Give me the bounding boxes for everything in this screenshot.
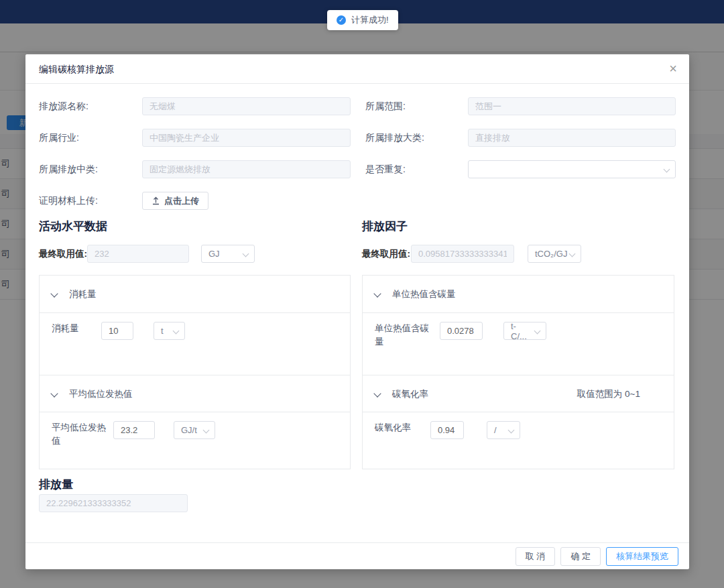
emission-major-category-label: 所属排放大类: (365, 129, 424, 147)
emission-amount-section-title: 排放量 (39, 477, 73, 492)
confirm-button[interactable]: 确 定 (560, 547, 601, 566)
is-duplicate-select[interactable] (468, 160, 676, 178)
carbon-content-unit-select[interactable]: t-C/... (503, 322, 546, 340)
heating-value-panel-title: 平均低位发热值 (69, 375, 133, 412)
oxidation-rate-panel-body: 碳氧化率 / (363, 412, 674, 469)
chevron-down-icon (508, 427, 515, 434)
success-toast: ✓ 计算成功! (327, 10, 398, 30)
chevron-down-icon (534, 328, 541, 335)
emission-major-category-input (468, 129, 676, 147)
factor-final-value-label: 最终取用值: (362, 245, 410, 263)
chevron-down-icon (203, 427, 210, 434)
chevron-down-icon (243, 251, 249, 257)
emission-mid-category-label: 所属排放中类: (39, 160, 98, 178)
dialog-title: 编辑碳核算排放源 (39, 54, 114, 84)
chevron-down-icon (373, 290, 381, 297)
consumption-input[interactable] (101, 322, 133, 340)
chevron-down-icon (173, 328, 180, 335)
carbon-content-panel-header[interactable]: 单位热值含碳量 (363, 276, 674, 312)
factor-final-value-input (411, 245, 514, 263)
upload-button[interactable]: 点击上传 (142, 192, 208, 210)
dialog-header: 编辑碳核算排放源 × (25, 54, 689, 84)
oxidation-rate-range-hint: 取值范围为 0~1 (577, 375, 640, 412)
consumption-panel-title: 消耗量 (69, 276, 97, 312)
upload-button-label: 点击上传 (164, 195, 199, 207)
chevron-down-icon (50, 290, 58, 297)
factor-panels: 单位热值含碳量 单位热值含碳量 t-C/... 碳氧化率 取值范围为 0~1 碳… (362, 275, 674, 469)
industry-input (142, 129, 351, 147)
emission-mid-category-input (142, 160, 351, 178)
industry-label: 所属行业: (39, 129, 79, 147)
activity-panels: 消耗量 消耗量 t 平均低位发热值 平均低位发热值 GJ/t (39, 275, 351, 469)
carbon-content-panel-body: 单位热值含碳量 t-C/... (363, 312, 674, 375)
carbon-content-panel-title: 单位热值含碳量 (392, 276, 456, 312)
consumption-panel-header[interactable]: 消耗量 (40, 276, 350, 312)
heating-value-input[interactable] (113, 421, 155, 439)
is-duplicate-label: 是否重复: (365, 160, 406, 178)
activity-final-value-input (87, 245, 189, 263)
consumption-unit-value: t (161, 326, 164, 336)
source-name-input (142, 97, 351, 115)
heating-value-unit-select[interactable]: GJ/t (174, 421, 215, 439)
cancel-button[interactable]: 取 消 (516, 547, 556, 566)
consumption-panel-body: 消耗量 t (40, 312, 350, 375)
chevron-down-icon (373, 390, 381, 397)
activity-unit-value: GJ (208, 249, 220, 259)
heating-value-unit-value: GJ/t (181, 425, 197, 435)
heating-value-panel-body: 平均低位发热值 GJ/t (40, 412, 350, 469)
heating-value-panel-header[interactable]: 平均低位发热值 (40, 375, 350, 412)
chevron-down-icon (569, 251, 576, 257)
source-name-label: 排放源名称: (39, 97, 88, 115)
chevron-down-icon (664, 166, 670, 173)
oxidation-rate-panel-header[interactable]: 碳氧化率 取值范围为 0~1 (363, 375, 674, 412)
dialog-footer: 取 消 确 定 核算结果预览 (25, 542, 689, 569)
oxidation-rate-panel-title: 碳氧化率 (392, 375, 428, 412)
scope-input (468, 97, 676, 115)
chevron-down-icon (50, 390, 58, 397)
result-preview-button[interactable]: 核算结果预览 (606, 547, 678, 566)
carbon-content-row-label: 单位热值含碳量 (375, 322, 432, 349)
activity-data-section-title: 活动水平数据 (39, 219, 107, 234)
upload-label: 证明材料上传: (39, 192, 98, 210)
carbon-content-input[interactable] (440, 322, 483, 340)
heating-value-row-label: 平均低位发热值 (52, 421, 109, 448)
activity-final-value-label: 最终取用值: (39, 245, 87, 263)
factor-unit-select[interactable]: tCO₂/GJ (528, 245, 581, 263)
emission-factor-section-title: 排放因子 (362, 219, 408, 234)
factor-unit-value: tCO₂/GJ (535, 249, 567, 259)
oxidation-rate-input[interactable] (430, 421, 464, 439)
emission-amount-input (39, 494, 188, 512)
edit-emission-source-dialog: 编辑碳核算排放源 × 排放源名称: 所属范围: 所属行业: 所属排放大类: 所属… (25, 54, 689, 569)
scope-label: 所属范围: (365, 97, 406, 115)
carbon-content-unit-value: t-C/... (511, 321, 530, 341)
consumption-unit-select[interactable]: t (154, 322, 185, 340)
toast-message: 计算成功! (351, 14, 389, 26)
activity-unit-select[interactable]: GJ (201, 245, 255, 263)
oxidation-rate-unit-select[interactable]: / (487, 421, 520, 439)
oxidation-rate-unit-value: / (494, 425, 497, 435)
close-icon[interactable]: × (669, 60, 677, 76)
upload-icon (152, 196, 160, 205)
success-check-icon: ✓ (337, 15, 346, 25)
oxidation-rate-row-label: 碳氧化率 (375, 421, 432, 434)
